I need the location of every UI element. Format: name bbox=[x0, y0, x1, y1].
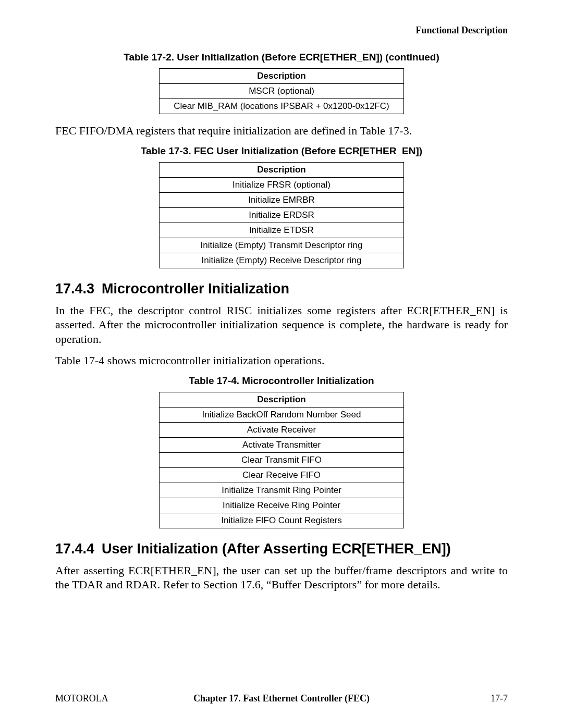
table-row: Clear Transmit FIFO bbox=[160, 452, 404, 467]
table-row: Activate Transmitter bbox=[160, 437, 404, 452]
table-row: Initialize Transmit Ring Pointer bbox=[160, 483, 404, 498]
table-row: Initialize Receive Ring Pointer bbox=[160, 498, 404, 513]
table-row: MSCR (optional) bbox=[160, 84, 404, 99]
paragraph: After asserting ECR[ETHER_EN], the user … bbox=[55, 563, 508, 592]
table-17-3-caption: Table 17-3. FEC User Initialization (Bef… bbox=[55, 145, 508, 157]
footer-right: 17-7 bbox=[450, 693, 508, 704]
running-head: Functional Description bbox=[55, 25, 508, 36]
table-row: Initialize FIFO Count Registers bbox=[160, 513, 404, 528]
section-heading-17-4-4: 17.4.4User Initialization (After Asserti… bbox=[55, 541, 508, 557]
table-row: Clear MIB_RAM (locations IPSBAR + 0x1200… bbox=[160, 99, 404, 114]
table-row: Initialize EMRBR bbox=[160, 192, 404, 207]
table-17-4: Description Initialize BackOff Random Nu… bbox=[159, 392, 404, 528]
table-17-2: Description MSCR (optional) Clear MIB_RA… bbox=[159, 68, 404, 114]
section-title: Microcontroller Initialization bbox=[102, 281, 289, 297]
table-17-4-caption: Table 17-4. Microcontroller Initializati… bbox=[55, 375, 508, 387]
table-17-3-header: Description bbox=[160, 162, 404, 177]
table-17-2-caption: Table 17-2. User Initialization (Before … bbox=[55, 52, 508, 63]
section-title: User Initialization (After Asserting ECR… bbox=[102, 541, 451, 557]
table-row: Initialize (Empty) Transmit Descriptor r… bbox=[160, 238, 404, 253]
table-row: Initialize (Empty) Receive Descriptor ri… bbox=[160, 253, 404, 268]
table-17-3: Description Initialize FRSR (optional) I… bbox=[159, 162, 404, 268]
table-row: Activate Receiver bbox=[160, 422, 404, 437]
footer-left: MOTOROLA bbox=[55, 693, 113, 704]
section-number: 17.4.3 bbox=[55, 281, 94, 297]
table-17-4-header: Description bbox=[160, 392, 404, 407]
table-17-2-header: Description bbox=[160, 69, 404, 84]
paragraph: Table 17-4 shows microcontroller initial… bbox=[55, 353, 508, 368]
page: Functional Description Table 17-2. User … bbox=[0, 0, 563, 728]
table-row: Initialize FRSR (optional) bbox=[160, 177, 404, 192]
table-row: Initialize ERDSR bbox=[160, 207, 404, 223]
footer-center: Chapter 17. Fast Ethernet Controller (FE… bbox=[113, 693, 450, 704]
table-row: Initialize ETDSR bbox=[160, 223, 404, 238]
table-row: Initialize BackOff Random Number Seed bbox=[160, 407, 404, 422]
page-footer: MOTOROLA Chapter 17. Fast Ethernet Contr… bbox=[55, 693, 508, 704]
section-heading-17-4-3: 17.4.3Microcontroller Initialization bbox=[55, 281, 508, 297]
table-row: Clear Receive FIFO bbox=[160, 467, 404, 483]
paragraph: FEC FIFO/DMA registers that require init… bbox=[55, 124, 508, 138]
section-number: 17.4.4 bbox=[55, 541, 94, 557]
paragraph: In the FEC, the descriptor control RISC … bbox=[55, 303, 508, 347]
